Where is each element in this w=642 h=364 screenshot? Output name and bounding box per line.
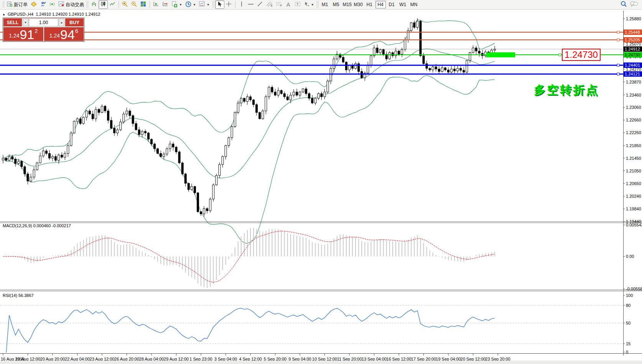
volume-down-button[interactable]: ▼ bbox=[23, 18, 28, 26]
bull-candle bbox=[410, 23, 412, 31]
buy-button[interactable]: BUY bbox=[65, 18, 84, 26]
chart-shift-button[interactable] bbox=[161, 0, 170, 9]
line-anchor-handle[interactable] bbox=[617, 39, 619, 41]
macd-histogram-bar bbox=[241, 236, 242, 257]
bull-candle bbox=[370, 56, 372, 66]
macd-histogram-bar bbox=[494, 252, 495, 256]
chat-icon[interactable] bbox=[630, 1, 638, 9]
horizontal-line-button[interactable] bbox=[246, 0, 255, 9]
line-anchor-handle[interactable] bbox=[617, 64, 619, 66]
vertical-line-button[interactable] bbox=[237, 0, 246, 9]
macd-histogram-bar bbox=[210, 256, 211, 287]
community-button[interactable] bbox=[38, 0, 48, 9]
price-badge-label: 1.25448 bbox=[625, 30, 640, 34]
bear-candle bbox=[361, 72, 363, 78]
toolbar-grip bbox=[87, 2, 88, 8]
volume-input[interactable]: 1.00 bbox=[29, 18, 58, 26]
turning-point-annotation[interactable]: 多空转折点 bbox=[534, 82, 599, 98]
crosshair-button[interactable] bbox=[224, 0, 234, 9]
bear-candle bbox=[21, 161, 23, 167]
macd-histogram-bar bbox=[37, 256, 38, 262]
bull-candle bbox=[318, 93, 319, 98]
text-button[interactable]: A bbox=[284, 0, 293, 9]
sell-button[interactable]: SELL bbox=[3, 18, 22, 26]
bull-candle bbox=[73, 121, 75, 133]
cursor-button[interactable] bbox=[215, 0, 224, 9]
signals-button[interactable] bbox=[48, 0, 57, 9]
bear-candle bbox=[460, 68, 462, 70]
tile-windows-button[interactable] bbox=[139, 0, 148, 9]
volume-up-button[interactable]: ▲ bbox=[59, 18, 64, 26]
search-icon[interactable] bbox=[621, 1, 627, 9]
autotrading-button[interactable]: 自动交易 bbox=[57, 0, 86, 9]
tab-m15[interactable]: M15 bbox=[342, 1, 352, 8]
line-anchor-handle[interactable] bbox=[617, 73, 619, 75]
templates-dropdown[interactable]: ▼ bbox=[198, 0, 211, 9]
price-axis-label: 1.20650 bbox=[626, 181, 641, 186]
tab-m30[interactable]: M30 bbox=[353, 1, 364, 8]
trendline-button[interactable] bbox=[255, 0, 265, 9]
arrows-dropdown[interactable]: ▼ bbox=[302, 0, 316, 9]
bear-candle bbox=[398, 51, 400, 54]
bear-candle bbox=[420, 21, 421, 56]
price-level-annotation[interactable]: 1.24730 bbox=[562, 49, 601, 61]
bull-candle bbox=[355, 64, 357, 68]
line-chart-button[interactable] bbox=[108, 0, 117, 9]
tab-m5[interactable]: M5 bbox=[331, 1, 341, 8]
tab-h1[interactable]: H1 bbox=[364, 1, 375, 8]
chart-canvas[interactable]: 1.258801.250701.246701.242701.238701.234… bbox=[0, 10, 642, 364]
highlight-bar-annotation[interactable] bbox=[486, 52, 515, 57]
bull-candle bbox=[86, 111, 87, 117]
new-order-button[interactable]: 新订单 bbox=[5, 0, 29, 9]
bull-candle bbox=[290, 95, 291, 100]
macd-histogram-bar bbox=[142, 252, 143, 257]
bull-candle bbox=[349, 65, 351, 70]
new-chart-dropdown[interactable]: ▼ bbox=[170, 0, 184, 9]
tab-w1[interactable]: W1 bbox=[398, 1, 408, 8]
macd-histogram-bar bbox=[216, 256, 217, 280]
label-button[interactable]: T bbox=[293, 0, 302, 9]
tab-mn[interactable]: MN bbox=[409, 1, 419, 8]
channel-button[interactable]: E bbox=[265, 0, 274, 9]
tab-d1[interactable]: D1 bbox=[387, 1, 397, 8]
line-anchor-handle[interactable] bbox=[559, 54, 561, 56]
macd-histogram-bar bbox=[340, 234, 341, 256]
bear-candle bbox=[114, 128, 115, 133]
bull-candle bbox=[262, 111, 264, 119]
bollinger-middle-band bbox=[3, 49, 495, 178]
bear-candle bbox=[429, 68, 431, 70]
tab-h4[interactable]: H4 bbox=[375, 1, 386, 8]
macd-histogram-bar bbox=[83, 240, 84, 256]
bear-candle bbox=[197, 193, 199, 212]
bull-candle bbox=[141, 131, 143, 134]
auto-scroll-button[interactable] bbox=[151, 0, 161, 9]
buy-price-tile[interactable]: 1.24 94 6 bbox=[44, 27, 84, 41]
bear-candle bbox=[454, 69, 456, 71]
bull-candle bbox=[324, 92, 326, 97]
zoom-in-button[interactable] bbox=[120, 0, 130, 9]
bull-candle bbox=[166, 149, 168, 154]
collapse-panel-icon[interactable]: ▲ bbox=[2, 13, 5, 16]
svg-text:E: E bbox=[271, 4, 273, 7]
bull-candle bbox=[246, 97, 248, 101]
bull-candle bbox=[95, 109, 97, 119]
bear-candle bbox=[172, 144, 174, 147]
zoom-out-button[interactable] bbox=[130, 0, 139, 9]
bull-candle bbox=[30, 177, 32, 181]
candlestick-button[interactable] bbox=[99, 0, 108, 9]
cursor-icon bbox=[217, 1, 222, 8]
fibonacci-button[interactable]: F bbox=[274, 0, 284, 9]
line-anchor-handle[interactable] bbox=[617, 31, 619, 33]
bull-candle bbox=[58, 155, 60, 161]
macd-histogram-bar bbox=[55, 256, 56, 256]
tab-m1[interactable]: M1 bbox=[320, 1, 330, 8]
price-axis-label: 1.23460 bbox=[626, 93, 641, 97]
sell-price-tile[interactable]: 1.24 91 2 bbox=[3, 27, 43, 41]
chart-symbol-line: ▲ GBPUSD-,H4 1.24910 1.24920 1.24910 1.2… bbox=[2, 12, 100, 16]
bull-candle bbox=[120, 122, 122, 130]
metaeditor-button[interactable] bbox=[29, 0, 38, 9]
bull-candle bbox=[82, 117, 84, 123]
bar-chart-button[interactable] bbox=[89, 0, 99, 9]
profiles-dropdown[interactable]: ▼ bbox=[184, 0, 198, 9]
macd-histogram-bar bbox=[426, 247, 427, 256]
